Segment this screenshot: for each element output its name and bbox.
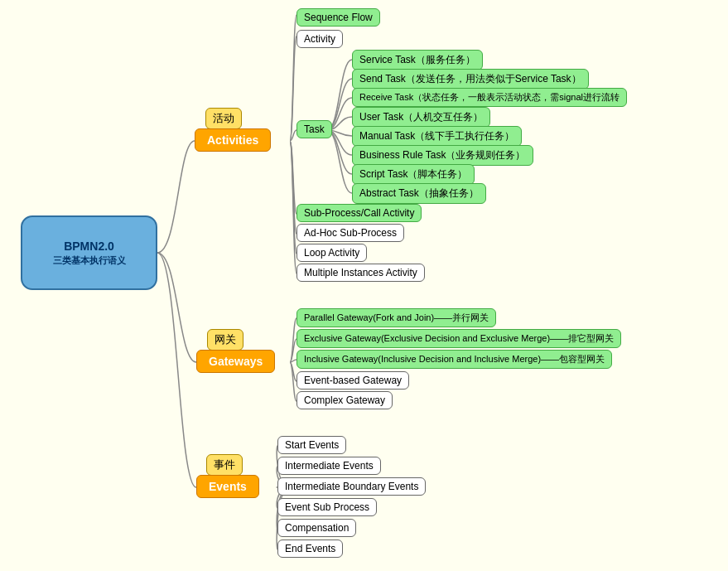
events-en-label: Events bbox=[196, 475, 259, 498]
task-item-4: Manual Task（线下手工执行任务） bbox=[352, 126, 522, 147]
event-item-3: Event Sub Process bbox=[277, 498, 377, 516]
gateways-en-label: Gateways bbox=[196, 350, 275, 373]
gateway-white-0: Event-based Gateway bbox=[297, 371, 409, 390]
event-item-0: Start Events bbox=[277, 436, 346, 454]
other-item-1: Ad-Hoc Sub-Process bbox=[297, 224, 404, 242]
gateway-green-2: Inclusive Gateway(Inclusive Decision and… bbox=[297, 350, 612, 369]
event-item-4: Compensation bbox=[277, 519, 356, 537]
other-item-2: Loop Activity bbox=[297, 244, 367, 262]
task-item-3: User Task（人机交互任务） bbox=[352, 107, 490, 128]
activity-box: Activity bbox=[297, 30, 343, 48]
activities-zh-label: 活动 bbox=[205, 108, 242, 129]
activities-en-label: Activities bbox=[195, 128, 271, 152]
task-item-0: Service Task（服务任务） bbox=[352, 50, 483, 70]
task-item-6: Script Task（脚本任务） bbox=[352, 164, 475, 185]
gateway-green-0: Parallel Gateway(Fork and Join)——并行网关 bbox=[297, 308, 496, 327]
task-item-2: Receive Task（状态任务，一般表示活动状态，需signal进行流转 bbox=[352, 88, 627, 107]
event-item-5: End Events bbox=[277, 540, 343, 558]
event-item-1: Intermediate Events bbox=[277, 457, 381, 475]
center-box: BPMN2.0 三类基本执行语义 bbox=[21, 215, 157, 290]
task-item-5: Business Rule Task（业务规则任务） bbox=[352, 145, 533, 166]
gateways-zh-label: 网关 bbox=[207, 329, 243, 351]
events-zh-label: 事件 bbox=[206, 454, 243, 476]
sequence-flow: Sequence Flow bbox=[297, 8, 380, 27]
center-line2: 三类基本执行语义 bbox=[53, 254, 126, 267]
task-label: Task bbox=[297, 120, 332, 138]
other-item-3: Multiple Instances Activity bbox=[297, 264, 425, 282]
event-item-2: Intermediate Boundary Events bbox=[277, 477, 426, 496]
gateway-green-1: Exclusive Gateway(Exclusive Decision and… bbox=[297, 329, 621, 348]
center-line1: BPMN2.0 bbox=[53, 240, 126, 253]
other-item-0: Sub-Process/Call Activity bbox=[297, 204, 422, 222]
gateway-white-1: Complex Gateway bbox=[297, 391, 393, 409]
task-item-7: Abstract Task（抽象任务） bbox=[352, 183, 486, 204]
task-item-1: Send Task（发送任务，用法类似于Service Task） bbox=[352, 69, 589, 90]
